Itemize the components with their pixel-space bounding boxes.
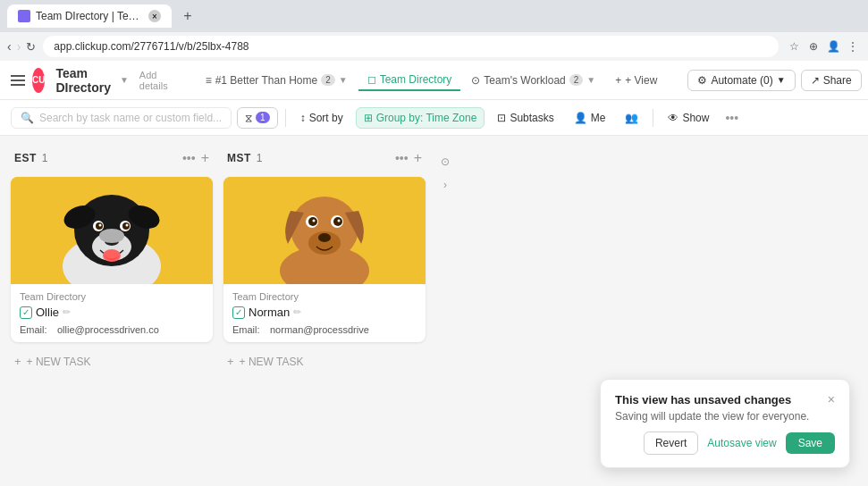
nav-actions: ⚙ Automate (0) ▼ ↗ Share xyxy=(687,70,861,91)
card-ollie-checkbox[interactable] xyxy=(20,306,32,319)
card-ollie-project: Team Directory xyxy=(20,291,204,302)
add-details-link[interactable]: Add details xyxy=(139,70,168,91)
card-norman-title: Norman xyxy=(249,306,290,319)
tab-workload-label: Team's Workload xyxy=(484,74,565,87)
address-bar-row: ‹ › ↻ app.clickup.com/2776711/v/b/25lbx-… xyxy=(0,32,868,61)
hamburger-btn[interactable] xyxy=(11,68,25,93)
svg-point-22 xyxy=(318,233,331,242)
sort-label: Sort by xyxy=(309,112,343,124)
automate-icon: ⚙ xyxy=(697,74,707,87)
subtasks-label: Subtasks xyxy=(510,112,553,124)
group-icon: ⊞ xyxy=(364,112,373,124)
group-label: Group by: Time Zone xyxy=(376,112,477,124)
more-options-btn[interactable]: ••• xyxy=(721,111,742,125)
automate-btn[interactable]: ⚙ Automate (0) ▼ xyxy=(687,70,795,91)
sort-icon: ↕ xyxy=(300,112,306,124)
svg-rect-1 xyxy=(11,80,25,81)
subtasks-btn[interactable]: ⊡ Subtasks xyxy=(490,108,560,128)
search-bar[interactable]: 🔍 Search by task name or custom field... xyxy=(11,107,232,129)
svg-rect-2 xyxy=(11,84,25,86)
star-icon[interactable]: ☆ xyxy=(786,38,802,54)
card-ollie-email-value: ollie@processdriven.co xyxy=(57,324,159,335)
filter-btn[interactable]: ⧖ 1 xyxy=(237,107,278,129)
column-mst-add-btn[interactable]: + xyxy=(414,150,422,166)
tab-close-btn[interactable]: × xyxy=(148,10,161,22)
automate-label: Automate (0) xyxy=(711,74,772,87)
autosave-btn[interactable]: Autosave view xyxy=(707,437,776,449)
add-view-label: + View xyxy=(625,74,657,87)
column-est-title: EST xyxy=(14,152,37,164)
tab-list-count: 2 xyxy=(321,74,335,86)
tab-list-label: #1 Better Than Home xyxy=(215,74,318,87)
revert-btn[interactable]: Revert xyxy=(644,432,698,455)
card-ollie[interactable]: Team Directory Ollie ✏ Email: ollie@proc… xyxy=(11,177,213,342)
new-task-mst-plus: + xyxy=(227,355,234,368)
browser-icons: ☆ ⊕ 👤 ⋮ xyxy=(786,38,861,54)
collapse-btn[interactable]: ⊙ xyxy=(437,154,453,170)
tab-favicon xyxy=(18,10,30,22)
new-task-mst-btn[interactable]: + + NEW TASK xyxy=(223,349,426,373)
new-task-est-label: + NEW TASK xyxy=(27,356,91,368)
top-nav: CU Team DIrectory ▼ Add details ≡ #1 Bet… xyxy=(0,61,868,100)
toast-close-btn[interactable]: × xyxy=(828,392,835,406)
column-est-add-btn[interactable]: + xyxy=(201,150,209,166)
toolbar-sep-2 xyxy=(653,109,653,127)
new-task-est-btn[interactable]: + + NEW TASK xyxy=(11,349,213,373)
card-norman-email-label: Email: xyxy=(232,324,265,335)
browser-chrome: Team DIrectory | Team Dire... × + xyxy=(0,0,868,32)
nav-tabs: ≡ #1 Better Than Home 2 ▼ ◻ Team Directo… xyxy=(197,70,667,91)
tab-workload-chevron[interactable]: ▼ xyxy=(586,75,595,85)
tab-workload[interactable]: ⊙ Team's Workload 2 ▼ xyxy=(462,71,604,90)
tab-label: Team DIrectory | Team Dire... xyxy=(36,10,143,22)
save-btn[interactable]: Save xyxy=(786,432,835,454)
card-ollie-edit-icon[interactable]: ✏ xyxy=(63,306,71,318)
people-btn[interactable]: 👥 xyxy=(618,108,645,128)
card-norman-title-row: Norman ✏ xyxy=(232,306,417,319)
svg-rect-0 xyxy=(11,75,25,77)
column-mst-count: 1 xyxy=(257,152,263,164)
subtasks-icon: ⊡ xyxy=(497,112,506,124)
card-norman-project: Team Directory xyxy=(232,291,417,302)
show-icon: 👁 xyxy=(668,112,678,124)
column-est: EST 1 ••• + xyxy=(11,147,213,475)
show-btn[interactable]: 👁 Show xyxy=(661,108,716,128)
forward-btn[interactable]: › xyxy=(17,39,21,54)
menu-icon[interactable]: ⋮ xyxy=(845,38,861,54)
card-norman[interactable]: Team Directory Norman ✏ Email: norman@pr… xyxy=(223,177,426,342)
svg-point-28 xyxy=(338,220,341,222)
me-btn[interactable]: 👤 Me xyxy=(567,108,613,128)
extension-icon[interactable]: ⊕ xyxy=(805,38,822,54)
tab-team-directory[interactable]: ◻ Team Directory xyxy=(358,70,461,91)
browser-tab[interactable]: Team DIrectory | Team Dire... × xyxy=(7,4,172,28)
column-mst-cards: Team Directory Norman ✏ Email: norman@pr… xyxy=(223,177,426,342)
column-est-count: 1 xyxy=(42,152,48,164)
share-icon: ↗ xyxy=(811,74,820,87)
card-norman-checkbox[interactable] xyxy=(232,306,245,319)
column-mst-more-btn[interactable]: ••• xyxy=(395,151,409,165)
add-view-btn[interactable]: + + View xyxy=(606,71,666,90)
expand-btn[interactable]: › xyxy=(437,177,453,193)
group-btn[interactable]: ⊞ Group by: Time Zone xyxy=(356,107,485,129)
card-ollie-email-field: Email: ollie@processdriven.co xyxy=(20,324,204,335)
unsaved-changes-toast: This view has unsaved changes × Saving w… xyxy=(600,379,850,468)
tab-list[interactable]: ≡ #1 Better Than Home 2 ▼ xyxy=(197,71,357,90)
team-dir-icon: ◻ xyxy=(367,73,376,86)
tab-team-directory-label: Team Directory xyxy=(380,73,452,86)
back-btn[interactable]: ‹ xyxy=(7,39,12,54)
new-tab-btn[interactable]: + xyxy=(177,5,198,27)
sort-btn[interactable]: ↕ Sort by xyxy=(293,108,350,128)
share-btn[interactable]: ↗ Share xyxy=(801,70,862,91)
column-mst-header: MST 1 ••• + xyxy=(223,147,426,170)
filter-count: 1 xyxy=(256,112,270,123)
column-est-more-btn[interactable]: ••• xyxy=(182,151,196,165)
tab-list-chevron[interactable]: ▼ xyxy=(339,75,348,85)
automate-chevron[interactable]: ▼ xyxy=(777,75,786,85)
card-norman-edit-icon[interactable]: ✏ xyxy=(293,306,301,318)
refresh-btn[interactable]: ↻ xyxy=(26,40,36,54)
profile-icon[interactable]: 👤 xyxy=(825,38,841,54)
workload-icon: ⊙ xyxy=(471,74,480,87)
workspace-chevron[interactable]: ▼ xyxy=(120,75,129,85)
column-est-cards: Team Directory Ollie ✏ Email: ollie@proc… xyxy=(11,177,213,342)
search-placeholder: Search by task name or custom field... xyxy=(39,112,222,124)
address-bar[interactable]: app.clickup.com/2776711/v/b/25lbx-4788 xyxy=(43,36,779,57)
